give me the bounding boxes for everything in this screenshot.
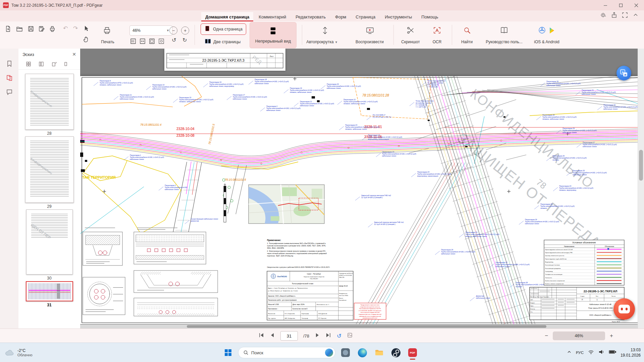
screenshot-scissors-icon[interactable] — [407, 26, 415, 36]
hand-tool-icon[interactable] — [83, 36, 90, 45]
menu-page[interactable]: Страница — [352, 12, 379, 21]
taskbar-app-photos[interactable] — [339, 345, 352, 360]
thumbnails-panel-icon[interactable] — [0, 71, 18, 85]
zoom-in-button[interactable]: + — [181, 26, 189, 35]
snapshot-button[interactable] — [347, 332, 353, 340]
thumb-more-icon[interactable] — [64, 61, 67, 68]
taskbar-search-box[interactable]: Поиск — [238, 347, 335, 358]
ocr-icon[interactable] — [433, 26, 441, 36]
find-magnifier-icon[interactable] — [463, 26, 472, 36]
theme-icon[interactable] — [600, 12, 606, 19]
fit-width-icon[interactable] — [140, 38, 146, 46]
menu-forms[interactable]: Форм — [331, 12, 350, 21]
taskbar-app-edge[interactable] — [356, 345, 369, 360]
menu-tools[interactable]: Инструменты — [381, 12, 416, 21]
actual-size-icon[interactable] — [130, 38, 136, 46]
find-label[interactable]: Найти — [456, 40, 478, 44]
prev-page-button[interactable] — [270, 333, 275, 339]
guide-label[interactable]: Руководство поль... — [480, 40, 528, 44]
taskbar-clock[interactable]: 13:03 19.01.2026 — [621, 347, 641, 358]
page-31-drawing[interactable]: КОНФИДЕНЦИАЛЬНО ЗАЩИЩЕН ОТ ПЕРЕДАЧИ 78 7… — [80, 76, 638, 324]
ios-appstore-icon[interactable] — [538, 26, 546, 36]
quick-print-icon[interactable] — [49, 25, 56, 34]
thumb-size-icon[interactable] — [26, 61, 31, 68]
open-file-icon[interactable] — [16, 25, 23, 34]
legend-row-name: Водопровод — [545, 261, 553, 263]
volume-icon[interactable] — [598, 349, 604, 356]
taskbar-weather-widget[interactable]: -2°C Облачно — [5, 343, 33, 362]
sidebar-icon-strip — [0, 49, 19, 328]
print-label[interactable]: Печать — [99, 40, 116, 44]
ocr-label[interactable]: OCR — [427, 40, 447, 44]
document-viewer[interactable]: 22-26195-1-ЭС.ТКР2.КЛ.З Лист РЕД КОНФИДЕ… — [80, 49, 644, 328]
vertical-scrollbar[interactable] — [638, 49, 644, 328]
thumb-rotate-icon[interactable] — [51, 61, 57, 68]
thumbnail-page-29[interactable]: Конфиденциально — [25, 136, 74, 203]
menu-comment[interactable]: Комментарий — [255, 12, 290, 21]
play-label[interactable]: Воспроизвести — [350, 40, 390, 44]
horizontal-scrollbar[interactable] — [80, 324, 638, 328]
rotate-cw-icon[interactable]: ↻ — [182, 37, 187, 43]
taskbar-app-pdfgear-active[interactable]: PDF — [406, 345, 419, 360]
thumbnail-page-31[interactable] — [26, 281, 73, 301]
zoom-out-button[interactable]: − — [169, 26, 177, 35]
fit-page-icon[interactable] — [149, 38, 155, 46]
last-page-button[interactable] — [325, 333, 331, 339]
rotate-ccw-icon[interactable]: ↺ — [172, 37, 176, 43]
save-as-icon[interactable] — [38, 25, 45, 34]
next-page-button[interactable] — [315, 333, 320, 339]
menu-edit[interactable]: Редактировать — [291, 12, 330, 21]
mobile-label[interactable]: iOS & Android — [530, 40, 564, 44]
play-icon[interactable] — [366, 26, 374, 36]
redo-icon[interactable]: ↷ — [73, 25, 78, 32]
maximize-button[interactable] — [613, 0, 629, 10]
zoom-in-button-bottom[interactable]: + — [610, 333, 613, 339]
google-play-icon[interactable] — [548, 27, 555, 36]
zoom-combobox[interactable]: 46% ▼ — [129, 25, 172, 36]
first-page-button[interactable] — [258, 333, 264, 339]
taskbar-app-explorer[interactable] — [372, 345, 386, 360]
guide-book-icon[interactable] — [500, 26, 508, 36]
collapse-toolbar-icon[interactable] — [633, 12, 639, 19]
wifi-icon[interactable] — [588, 349, 594, 356]
select-cursor-icon[interactable] — [83, 25, 90, 34]
zoom-selection-icon[interactable] — [158, 38, 164, 46]
thumbnail-page-30[interactable]: ЩЕН ОТ ПЕР — [26, 209, 73, 275]
panel-close-icon[interactable]: ✕ — [72, 52, 76, 57]
taskbar-app-steam[interactable] — [389, 345, 402, 360]
battery-icon[interactable] — [609, 350, 616, 356]
double-page-button[interactable]: Две страницы — [201, 37, 246, 47]
print-icon[interactable] — [103, 26, 111, 36]
page-30-partial[interactable]: 22-26195-1-ЭС.ТКР2.КЛ.З Лист РЕД — [164, 49, 285, 71]
translate-floating-button[interactable]: AЯ — [616, 66, 631, 80]
zoom-level-indicator[interactable]: 46% — [553, 331, 605, 340]
minimize-button[interactable] — [598, 0, 613, 10]
close-button[interactable] — [629, 0, 644, 10]
comments-panel-icon[interactable] — [0, 85, 18, 99]
undo-icon[interactable]: ↶ — [63, 25, 68, 32]
screenshot-label[interactable]: Скриншот — [398, 40, 423, 44]
single-page-button[interactable]: Одна страница — [201, 23, 246, 35]
page-number-input[interactable] — [280, 331, 298, 341]
menu-home[interactable]: Домашняя страница — [201, 12, 253, 21]
autoscroll-icon[interactable] — [321, 26, 329, 36]
new-page-icon[interactable] — [5, 25, 11, 34]
assistant-bot-button[interactable] — [613, 298, 635, 320]
restore-view-button[interactable]: ↺ — [337, 333, 341, 340]
svg-text:К.А. Дубинов: К.А. Дубинов — [318, 313, 327, 314]
vertical-scrollbar-thumb[interactable] — [639, 150, 643, 181]
start-button[interactable] — [221, 345, 235, 360]
thumb-list-icon[interactable] — [39, 61, 44, 68]
thumbnail-page-28[interactable]: Конфиденциально — [25, 74, 74, 130]
horizontal-scrollbar-thumb[interactable] — [187, 325, 546, 328]
continuous-view-button[interactable]: Непрерывный вид — [250, 22, 297, 48]
autoscroll-label[interactable]: Автопрокрутка ▼ — [303, 40, 341, 44]
menu-help[interactable]: Помощь — [417, 12, 442, 21]
share-icon[interactable] — [611, 12, 617, 19]
save-icon[interactable] — [28, 25, 34, 34]
tray-expand-icon[interactable] — [567, 350, 572, 356]
zoom-out-button-bottom[interactable]: − — [545, 333, 548, 339]
language-indicator[interactable]: РУС — [576, 351, 584, 355]
bookmarks-panel-icon[interactable] — [0, 57, 18, 71]
fullscreen-icon[interactable] — [622, 12, 628, 19]
